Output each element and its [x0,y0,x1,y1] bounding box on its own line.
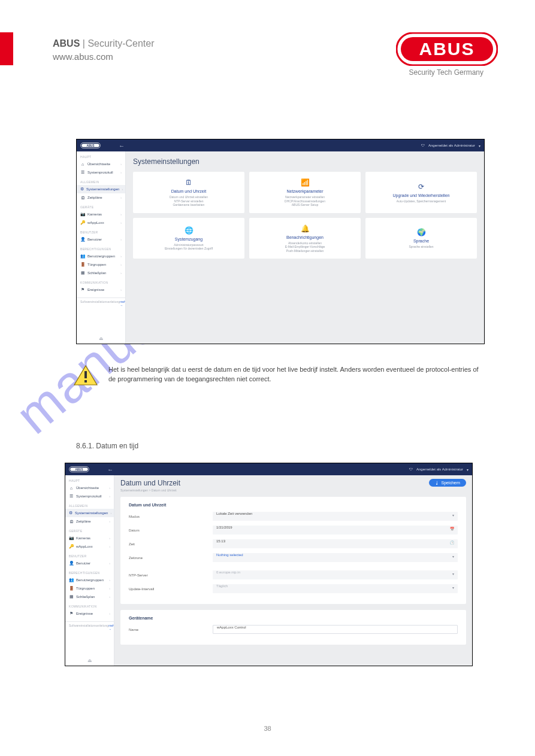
date-value: 1/21/2019 [216,526,232,529]
sidebar-item-lockplan[interactable]: ▦Schließplan› [80,269,122,277]
app-content: Systemeinstellungen 🗓Datum und UhrzeitDa… [126,151,484,344]
sidebar-item-wapploxx[interactable]: 🔑wAppLoxx› [80,218,122,227]
ntp-select[interactable]: 0.europe.ntp.in [213,570,458,579]
sidebar-item-label: Systemeinstellungen [86,187,119,191]
sidebar-item-cameras[interactable]: 📷Kameras› [80,210,122,218]
sidebar-footer-link[interactable]: mehr → [120,300,126,307]
breadcrumb: Systemeinstellungen > Datum und Uhrzeit [120,488,180,492]
settings-card-c_lang[interactable]: 🌍SpracheSprache einstellen [365,218,477,259]
sidebar-item-label: Benutzergruppen [76,578,104,582]
update-interval-label: Update-Intervall [129,587,213,591]
row-device-name: Name wAppLoxx Control [129,625,458,634]
settings-card-c_access[interactable]: 🌐SystemzugangAdministratorpasswort Einst… [133,218,244,259]
users-icon: 👥 [80,254,85,259]
abus-logo-small: ABUS [80,142,101,149]
sidebar-item-protocol[interactable]: ☰Systemprotokoll› [69,492,110,500]
user-status-label: Angemeldet als Administrator [428,144,475,147]
calendar-icon: 🗓 [69,519,74,524]
date-label: Datum [129,529,213,532]
chevron-right-icon: › [109,612,110,615]
time-input[interactable]: 15:13🕒 [213,539,458,548]
sidebar-group-label: ALLGEMEIN [80,179,122,185]
sidebar-item-label: Ereignisse [87,288,104,292]
sidebar-item-syssettings[interactable]: ⚙Systemeinstellungen› [65,509,114,517]
topbar-user-status[interactable]: 🛡 Angemeldet als Administrator ▾ [409,467,468,472]
sidebar-item-label: Türgruppen [76,587,95,590]
app-content: Datum und Uhrzeit Systemeinstellungen > … [114,475,472,666]
card-title: Systemzugang [175,237,202,241]
grid-icon: ▦ [80,271,85,275]
card-description: Administratorpasswort Einstellungen für … [165,243,213,251]
chevron-right-icon: › [120,263,122,266]
page-title: Systemeinstellungen [133,157,477,166]
sidebar-item-syssettings[interactable]: ⚙Systemeinstellungen› [77,185,125,193]
sidebar-item-timeplan[interactable]: 🗓Zeitpläne› [69,517,110,526]
sidebar-footer-link[interactable]: mehr → [108,624,114,631]
brand-accent-bar [0,32,13,65]
settings-card-c_notif[interactable]: 🔔BenachrichtigungenAbsenderkonto einstel… [249,218,361,259]
settings-card-grid: 🗓Datum und UhrzeitDatum und Uhrzeit eins… [133,172,477,259]
clock-icon: 🕒 [450,541,454,545]
sidebar-item-users[interactable]: 👤Benutzer› [80,235,122,244]
chevron-down-icon: ▾ [467,467,468,472]
chevron-right-icon: › [120,254,122,258]
shield-icon: 🛡 [409,467,413,471]
card-description: Absenderkonto einstellen E-Mail-Empfänge… [285,241,325,253]
sidebar-item-label: Benutzer [87,238,102,241]
timezone-select[interactable]: Nothing selected [213,553,458,562]
settings-card-c_date[interactable]: 🗓Datum und UhrzeitDatum und Uhrzeit eins… [133,172,244,213]
topbar-user-status[interactable]: 🛡 Angemeldet als Administrator ▾ [421,144,480,148]
save-button[interactable]: ⭳ Speichern [429,479,466,487]
camera-icon: 📷 [80,212,85,217]
sidebar-item-wapploxx[interactable]: 🔑wAppLoxx› [69,542,110,551]
brand-name: ABUS [53,38,80,48]
device-name-input[interactable]: wAppLoxx Control [213,625,458,634]
chevron-right-icon: › [110,511,111,515]
settings-card-c_net[interactable]: 📶NetzwerkparameterNetzwerkparameter eins… [249,172,361,213]
brand-division: | Security-Center [80,38,154,48]
sidebar-item-doorgroups[interactable]: 🚪Türgruppen› [69,584,110,593]
sidebar-item-cameras[interactable]: 📷Kameras› [69,534,110,542]
chevron-right-icon: › [120,238,122,241]
user-icon: 👤 [69,561,74,566]
timezone-label: Zeitzone [129,556,213,560]
abus-logo-small: ABUS [69,466,89,473]
sidebar-item-lockplan[interactable]: ▦Schließplan› [69,593,110,601]
ntp-value: 0.europe.ntp.in [216,570,240,574]
screenshot-system-settings: ABUS ← 🛡 Angemeldet als Administrator ▾ … [76,139,485,344]
sidebar-item-protocol[interactable]: ☰Systemprotokoll› [80,168,122,177]
app-topbar: ABUS ← 🛡 Angemeldet als Administrator ▾ [77,139,484,151]
svg-rect-8 [84,380,87,382]
sidebar-item-overview[interactable]: ⌂Übersichtseite› [69,484,110,492]
chevron-right-icon: › [109,545,110,548]
sidebar-item-timeplan[interactable]: 🗓Zeitpläne› [80,193,122,202]
sidebar-group-label: HAUPT [69,478,110,484]
sidebar-item-events[interactable]: ⚑Ereignisse› [80,286,122,294]
sidebar-item-label: Übersichtseite [76,486,99,490]
sidebar-group-label: GERÄTE [69,528,110,534]
timezone-value: Nothing selected [216,553,243,557]
date-input[interactable]: 1/21/2019📅 [213,526,458,535]
sidebar-item-usergroups[interactable]: 👥Benutzergruppen› [80,252,122,260]
sidebar-item-doorgroups[interactable]: 🚪Türgruppen› [80,260,122,269]
sidebar-footer: Softwareinstallationsanleitungmehr → [65,621,114,633]
chevron-right-icon: › [120,196,122,199]
chevron-right-icon: › [120,212,122,216]
sidebar-item-users[interactable]: 👤Benutzer› [69,559,110,567]
back-arrow-icon[interactable]: ← [119,142,125,149]
sidebar-collapse-icon[interactable]: ⏏ [65,658,114,663]
mode-select[interactable]: Lokale Zeit verwenden [213,512,458,521]
back-arrow-icon[interactable]: ← [107,466,113,473]
gear-icon: ⚙ [80,187,84,192]
sidebar-collapse-icon[interactable]: ⏏ [77,336,125,341]
sidebar-item-overview[interactable]: ⌂Übersichtseite› [80,160,122,168]
card-title: Netzwerkparameter [286,189,323,193]
sidebar-item-usergroups[interactable]: 👥Benutzergruppen› [69,576,110,584]
sidebar-item-label: Schließplan [87,271,106,275]
row-mode: Modus Lokale Zeit verwenden [129,512,458,521]
sidebar-group-label: GERÄTE [80,204,122,210]
settings-card-c_upg[interactable]: ⟳Upgrade und WiederherstellenAuto-Update… [365,172,477,213]
update-interval-select[interactable]: Täglich [213,584,458,593]
shield-icon: 🛡 [421,144,425,147]
sidebar-item-events[interactable]: ⚑Ereignisse› [69,609,110,618]
